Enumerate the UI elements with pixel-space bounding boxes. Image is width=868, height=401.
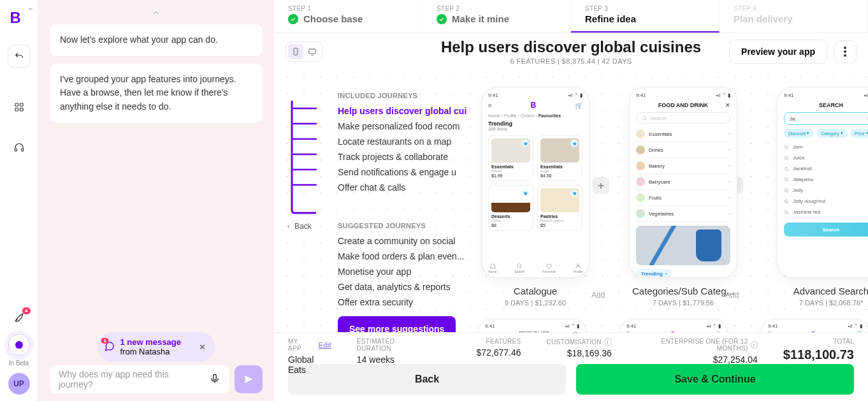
pill-text: 1 new message from Natasha <box>120 337 194 356</box>
svg-point-15 <box>785 145 788 149</box>
phone-mock-peek[interactable]: 9:41•ıl ⌃ ▮ ‹ FRIENDLIST <box>478 319 586 332</box>
step-title: Refine idea <box>585 13 636 24</box>
composer-input[interactable]: Why does my app need this journey? <box>50 365 229 393</box>
device-phone[interactable] <box>288 44 303 59</box>
close-icon: ✕ <box>725 102 730 108</box>
nav-rail: B™ 4 In Beta UP <box>0 0 38 401</box>
svg-point-21 <box>785 210 788 214</box>
feature-cards: 9:41•ıl ⌃ ▮ ≡ B 🛒 Home › Profile › Order… <box>478 87 868 307</box>
preview-button[interactable]: Preview your app <box>729 40 827 64</box>
canvas-back[interactable]: Back <box>286 222 312 231</box>
journey-item[interactable]: Offer extra security <box>317 295 499 310</box>
journey-item[interactable]: Monetise your app <box>317 264 499 279</box>
step-eyebrow: STEP 3 <box>585 5 705 12</box>
support-button[interactable] <box>8 136 31 159</box>
summary-bar: MY APP Edit Global Eats ESTIMATED DURATI… <box>274 332 868 364</box>
journey-item[interactable]: Make personalized food recom <box>317 119 499 134</box>
summary-expand[interactable] <box>571 328 580 337</box>
undo-button[interactable] <box>8 45 31 68</box>
feature-advanced-search[interactable]: 9:41•ıl ⌃ ▮ SEARCH✕ Jaⓧ Discount ▾ Categ… <box>774 87 868 307</box>
logo[interactable]: B™ <box>10 9 28 27</box>
chat-bubble: Now let's explore what your app can do. <box>50 24 263 56</box>
svg-point-10 <box>844 50 846 53</box>
journey-item[interactable]: Send notifications & engage u <box>317 164 499 180</box>
svg-rect-4 <box>15 149 17 152</box>
feature-categories[interactable]: 9:41•ıl ⌃ ▮ FOOD AND DRINK✕ Search Essen… <box>626 87 741 307</box>
step-eyebrow: STEP 4 <box>734 5 853 12</box>
mic-button[interactable] <box>209 373 221 386</box>
features-label: FEATURES <box>486 338 521 345</box>
device-desktop[interactable] <box>305 44 320 59</box>
page-title: Help users discover global cuisines <box>441 38 701 56</box>
info-icon[interactable]: i <box>751 341 758 349</box>
chat-collapse-toggle[interactable] <box>50 9 263 17</box>
chevron-up-icon <box>152 8 161 17</box>
feature-name: Categories/Sub Categ... <box>632 286 734 296</box>
more-menu[interactable] <box>834 40 857 63</box>
canvas[interactable]: Back INCLUDED JOURNEYS Help users discov… <box>274 64 868 332</box>
chat-icon-wrap: 1 <box>104 340 115 354</box>
info-icon[interactable]: i <box>604 338 612 346</box>
save-continue-button[interactable]: Save & Continue <box>576 364 854 395</box>
phone-mock-peek[interactable]: 9:41•ıl ⌃ ▮ ≡B🛒 <box>761 319 868 332</box>
stepper: STEP 1 Choose base STEP 2 Make it mine S… <box>274 0 868 33</box>
activity-indicator[interactable] <box>8 334 30 356</box>
phone-icon <box>291 47 300 56</box>
phone-mock: 9:41•ıl ⌃ ▮ FOOD AND DRINK✕ Search Essen… <box>629 87 737 278</box>
new-message-pill[interactable]: 1 1 new message from Natasha ✕ <box>98 332 215 361</box>
logo-tm: ™ <box>29 8 33 12</box>
desktop-icon <box>308 47 317 56</box>
step-eyebrow: STEP 2 <box>437 5 556 12</box>
enterprise-value: $27,254.04 <box>713 354 758 365</box>
step-3[interactable]: STEP 3 Refine idea <box>571 0 720 33</box>
toolbar: Help users discover global cuisines 6 FE… <box>274 33 868 64</box>
feature-catalogue[interactable]: 9:41•ıl ⌃ ▮ ≡ B 🛒 Home › Profile › Order… <box>478 87 593 307</box>
svg-rect-2 <box>15 108 18 112</box>
svg-point-18 <box>785 178 788 181</box>
svg-point-16 <box>785 156 788 159</box>
feature-meta: 7 DAYS | $2,068.78* <box>799 299 864 307</box>
journey-item[interactable]: Help users discover global cui <box>317 103 499 119</box>
step-eyebrow: STEP 1 <box>288 5 408 12</box>
feature-name: Catalogue <box>514 286 557 296</box>
see-more-button[interactable]: See more suggestions <box>338 316 456 332</box>
duration-value: 14 weeks <box>357 354 426 365</box>
duration-label: ESTIMATED DURATION <box>357 338 426 352</box>
svg-point-14 <box>643 116 646 119</box>
beta-label: In Beta <box>9 360 29 367</box>
step-2[interactable]: STEP 2 Make it mine <box>423 0 571 33</box>
customisation-value: $18,169.36 <box>567 348 612 358</box>
chevron-left-icon <box>286 223 292 230</box>
journey-item[interactable]: Locate restaurants on a map <box>317 134 499 149</box>
apps-button[interactable] <box>8 96 31 119</box>
step-title: Choose base <box>303 13 363 24</box>
rocket-badge: 4 <box>22 307 30 314</box>
step-4: STEP 4 Plan delivery <box>720 0 868 33</box>
journey-item[interactable]: Offer chat & calls <box>317 180 499 195</box>
svg-point-20 <box>785 200 788 203</box>
svg-point-13 <box>577 264 579 266</box>
nav-rail-bottom: 4 In Beta UP <box>0 311 38 395</box>
svg-point-11 <box>844 54 846 57</box>
feature-meta: 7 DAYS | $1,779.56 <box>653 299 714 307</box>
step-title: Make it mine <box>452 13 509 24</box>
phone-mock-peek[interactable]: 9:41•ıl ⌃ ▮ ≡B✕ <box>619 319 728 332</box>
journey-item[interactable]: Track projects & collaborate <box>317 149 499 164</box>
step-1[interactable]: STEP 1 Choose base <box>274 0 423 33</box>
main: STEP 1 Choose base STEP 2 Make it mine S… <box>274 0 868 401</box>
svg-rect-3 <box>20 108 23 112</box>
journey-item[interactable]: Create a community on social <box>317 233 499 249</box>
journey-item[interactable]: Make food orders & plan even... <box>317 249 499 264</box>
svg-rect-0 <box>15 103 18 106</box>
edit-link[interactable]: Edit <box>319 341 331 349</box>
avatar[interactable]: UP <box>8 373 30 395</box>
suggested-header: SUGGESTED JOURNEYS <box>317 222 499 230</box>
pill-close[interactable]: ✕ <box>199 341 206 353</box>
myapp-label: MY APP <box>288 338 309 352</box>
total-label: TOTAL <box>833 338 854 345</box>
journey-item[interactable]: Get data, analytics & reports <box>317 279 499 295</box>
launch-button[interactable]: 4 <box>13 311 25 326</box>
send-button[interactable] <box>235 365 263 393</box>
myapp-value: Global Eats <box>288 354 331 375</box>
pill-badge: 1 <box>101 338 109 344</box>
